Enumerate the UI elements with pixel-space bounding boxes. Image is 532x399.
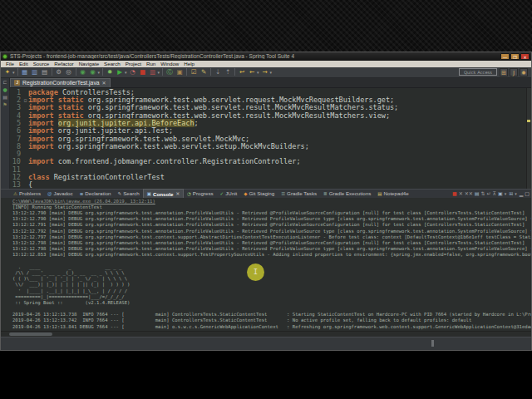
view-tab-label: Progress [193,190,214,196]
view-tab-git-staging[interactable]: ◆Git Staging [240,189,278,198]
fold-spacer [22,112,28,120]
update-project-icon[interactable]: ◉ [88,67,97,76]
pin-console-icon[interactable]: ⊼ [493,190,496,197]
view-tab-declaration[interactable]: ≡Declaration [76,189,115,198]
new-java-package-icon[interactable]: ▣ [175,67,185,76]
menu-edit[interactable]: Edit [17,61,31,66]
code-line[interactable]: 13{ [10,181,531,188]
view-tab-junit[interactable]: ✓JUnit [217,189,241,198]
debug-perspective-icon[interactable]: ✹ [520,68,528,76]
overview-ruler[interactable] [526,88,531,189]
restore-view-icon[interactable]: ⊏ [2,80,7,85]
menu-refactor[interactable]: Refactor [52,61,76,66]
last-edit-location-icon[interactable]: ↩ [238,67,247,76]
menu-help[interactable]: Help [181,61,197,66]
view-tab-gradle-executions[interactable]: ≣Gradle Executions [320,189,374,198]
screen: STS-Projects - frontend-job-manager/src/… [0,0,532,399]
java-perspective-icon[interactable]: J [510,68,518,76]
clear-console-icon[interactable]: ▤ [475,190,480,197]
menu-project[interactable]: Project [123,61,144,66]
toolbar-separator [234,68,235,76]
minimize-button[interactable]: — [500,53,510,60]
scroll-lock-icon[interactable]: ⇅ [481,190,485,197]
terminate-icon[interactable]: ■ [452,190,457,197]
run-dropdown-icon[interactable]: ▾ [125,70,127,75]
menu-run[interactable]: Run [144,61,158,66]
new-wizard-icon[interactable]: ✦ [3,67,12,76]
view-tab-progress[interactable]: ◔Progress [184,189,217,198]
debug-icon[interactable]: ✹ [106,67,115,76]
stop-icon[interactable]: ■ [138,67,147,76]
menu-file[interactable]: File [3,61,17,66]
open-task-icon[interactable]: ☑ [190,67,199,76]
back-icon[interactable]: ← [248,67,257,76]
open-type-icon[interactable]: ◎ [64,67,73,76]
code-line[interactable]: 8import org.springframework.test.web.ser… [10,143,531,150]
maximize-view-icon[interactable]: ▢ [525,190,530,197]
fold-spacer [22,181,28,188]
forward-dropdown-icon[interactable]: ▾ [270,70,273,75]
toggle-mark-occurrences-icon[interactable]: ✎ [200,67,209,76]
profile-icon[interactable]: ◔ [128,67,137,76]
print-icon[interactable]: ▤ [40,67,49,76]
fold-spacer [22,174,28,181]
open-console-icon[interactable]: ⊞ [509,190,513,197]
forward-icon[interactable]: → [260,67,269,76]
external-tools-icon[interactable]: ◉ [78,67,87,76]
back-dropdown-icon[interactable]: ▾ [257,70,259,75]
code-line[interactable]: 10import com.frontend.jobmanger.controll… [10,158,531,165]
new-wizard-dropdown-icon[interactable]: ▾ [12,70,15,75]
view-tab-console[interactable]: ▣Console✕ [143,189,184,198]
view-tab-gradle-tasks[interactable]: ☰Gradle Tasks [278,189,320,198]
toolbar-separator [52,68,52,76]
code-line[interactable]: 12class RegistrationControllerTest [10,174,531,181]
menu-navigate[interactable]: Navigate [76,61,101,66]
menu-search[interactable]: Search [101,61,123,66]
remove-launch-icon[interactable]: ✕ [459,190,463,197]
coverage-dropdown-icon[interactable]: ▾ [158,70,160,75]
fold-marker-icon[interactable]: ⊟ [22,96,28,104]
menu-source[interactable]: Source [31,61,52,66]
build-all-icon[interactable]: ⚙ [54,67,63,76]
launch-indicator-icon[interactable]: ● [2,87,7,92]
menu-window[interactable]: Window [158,61,181,66]
editor-tab-registrationcontrollertest[interactable]: J RegistrationControllerTest.java ✕ [10,78,111,87]
close-button[interactable]: ✕ [520,53,530,60]
occurrence-marker[interactable] [527,120,530,122]
outline-view-icon[interactable]: ▤ [2,95,7,100]
update-project-dropdown-icon[interactable]: ▾ [98,70,101,75]
view-tab-label: Git Staging [249,190,275,196]
new-java-class-icon[interactable]: Ⓒ [165,67,175,76]
titlebar[interactable]: STS-Projects - frontend-job-manager/src/… [1,52,531,61]
view-tab-problems[interactable]: ⚠Problems [10,189,44,198]
fold-spacer [22,143,28,150]
console-hscrollbar-thumb[interactable] [9,332,52,336]
view-tab-javadoc[interactable]: @Javadoc [44,189,76,198]
editor-tab-close-icon[interactable]: ✕ [102,80,106,86]
view-tab-notepad4e[interactable]: ▤Notepad4e [374,189,411,198]
console-view[interactable]: C:\WWW\JavaJDK\bin\javaw.exe (26.04.2019… [1,198,531,331]
code-text: import com.frontend.jobmanger.controller… [28,158,301,165]
next-annotation-icon[interactable]: ⇣ [214,67,223,76]
console-line: \\/ ___)| |_)| | | | | || (_| | ) ) ) ) [12,282,531,288]
remove-all-terminated-icon[interactable]: ✕✕ [465,190,473,197]
view-tab-search[interactable]: ✎Search [115,189,143,198]
bookmarks-view-icon[interactable]: ⚑ [2,102,7,107]
minimize-view-icon[interactable]: ▁ [520,190,524,197]
maximize-button[interactable]: ❐ [510,53,520,60]
open-perspective-icon[interactable]: ⊞ [500,68,508,76]
console-hscrollbar[interactable] [1,331,531,337]
view-tab-close-icon[interactable]: ✕ [175,191,180,196]
save-all-icon[interactable]: ▥ [30,67,39,76]
previous-annotation-icon[interactable]: ⇡ [224,67,233,76]
coverage-icon[interactable]: ▥ [148,67,157,76]
run-icon[interactable]: ▶ [116,67,125,76]
display-selected-console-icon[interactable]: ▣ [498,190,503,197]
open-console-dropdown-icon[interactable]: ▾ [515,191,517,196]
code-editor[interactable]: 1package ControllersTests;2⊟import stati… [10,88,531,189]
save-icon[interactable]: ▦ [20,67,29,76]
quick-access-input[interactable]: Quick Access [459,68,497,76]
display-selected-console-dropdown-icon[interactable]: ▾ [505,191,507,196]
console-line: 13:12:12.798 [main] DEBUG org.springfram… [12,246,531,252]
word-wrap-icon[interactable]: ↵ [487,190,491,197]
